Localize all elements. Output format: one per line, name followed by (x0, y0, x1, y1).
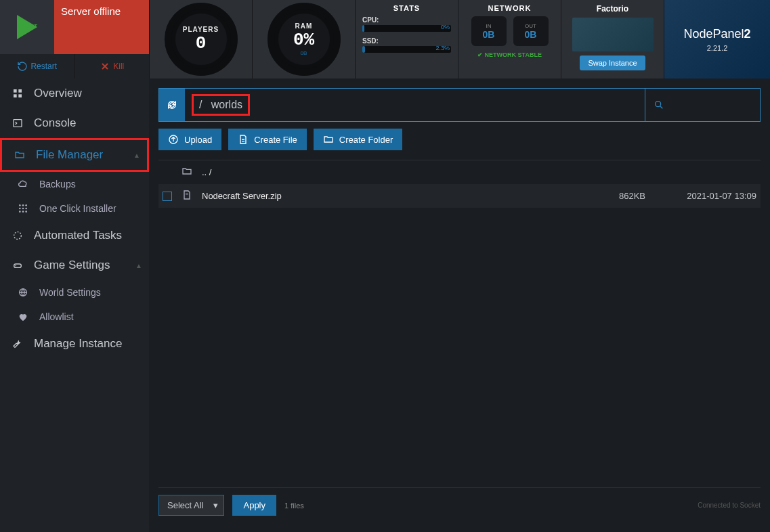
ram-sub: 0B (301, 50, 307, 56)
gamepad-icon (11, 259, 24, 272)
file-checkbox[interactable] (163, 192, 172, 201)
network-panel: NETWORK IN 0B OUT 0B ✔ NETWORK STABLE (458, 0, 561, 79)
svg-rect-2 (14, 94, 17, 97)
sidebar-oneclick-label: One Click Installer (39, 203, 116, 214)
file-count: 1 files (284, 502, 304, 510)
file-row[interactable]: Nodecraft Server.zip 862KB 2021-01-07 13… (158, 184, 761, 208)
game-thumbnail (572, 18, 654, 51)
svg-point-5 (19, 204, 21, 206)
sidebar-worldsettings-label: World Settings (39, 287, 101, 298)
network-stable: ✔ NETWORK STABLE (465, 51, 554, 58)
server-status: Server offline (54, 0, 149, 54)
restart-icon (17, 61, 28, 72)
sidebar-item-manage-instance[interactable]: Manage Instance (0, 329, 149, 359)
brand-panel: NodePanel2 2.21.2 (664, 0, 770, 79)
sidebar-item-backups[interactable]: Backups (0, 172, 149, 196)
svg-point-10 (25, 208, 27, 210)
game-panel: Factorio Swap Instance (561, 0, 664, 79)
brand-version: 2.21.2 (707, 44, 728, 52)
kill-button[interactable]: Kill (74, 54, 150, 79)
sidebar-item-allowlist[interactable]: Allowlist (0, 305, 149, 329)
file-name: Nodecraft Server.zip (202, 191, 568, 201)
content-area: / worlds Upload Create File Create Folde… (149, 79, 770, 532)
stats-title: STATS (362, 4, 451, 12)
svg-point-12 (22, 210, 24, 213)
game-title: Factorio (597, 4, 628, 14)
apply-button[interactable]: Apply (232, 495, 276, 516)
sidebar-overview-label: Overview (34, 87, 82, 100)
breadcrumb-segment[interactable]: worlds (211, 99, 242, 110)
network-in: IN 0B (471, 16, 507, 46)
sidebar-item-overview[interactable]: Overview (0, 79, 149, 108)
folder-icon (13, 148, 26, 162)
svg-point-17 (656, 102, 661, 107)
upload-label: Upload (184, 135, 212, 145)
cpu-pct: 0% (441, 24, 450, 30)
close-icon (100, 61, 110, 72)
refresh-icon (167, 99, 177, 110)
refresh-button[interactable] (159, 89, 185, 121)
restart-label: Restart (30, 62, 57, 71)
sidebar-item-one-click[interactable]: One Click Installer (0, 196, 149, 221)
file-icon (181, 190, 192, 202)
svg-rect-4 (14, 120, 22, 127)
restart-button[interactable]: Restart (0, 54, 74, 79)
sidebar-item-console[interactable]: Console (0, 108, 149, 138)
sidebar-filemanager-label: File Manager (36, 148, 103, 162)
create-file-button[interactable]: Create File (228, 129, 307, 150)
sidebar-item-automated-tasks[interactable]: Automated Tasks (0, 221, 149, 250)
players-label: PLAYERS (183, 26, 219, 33)
svg-point-9 (22, 208, 24, 210)
apps-icon (16, 202, 30, 215)
file-icon (238, 134, 249, 145)
sidebar-item-file-manager[interactable]: File Manager ▲ (0, 138, 149, 172)
ram-label: RAM (295, 22, 313, 30)
brand-name: NodePanel2 (683, 27, 750, 41)
network-title: NETWORK (465, 4, 554, 12)
upload-icon (168, 134, 179, 145)
create-folder-button[interactable]: Create Folder (314, 129, 402, 150)
network-out: OUT 0B (513, 16, 549, 46)
select-all-dropdown[interactable]: Select All (158, 495, 224, 516)
parent-dir-row[interactable]: .. / (158, 160, 761, 184)
sidebar-gamesettings-label: Game Settings (34, 259, 110, 272)
start-label: START (20, 23, 37, 29)
chevron-up-icon: ▲ (133, 152, 140, 159)
create-folder-label: Create Folder (339, 135, 393, 145)
stats-panel: STATS CPU: 0% SSD: 2.3% (355, 0, 458, 79)
grid-icon (11, 87, 24, 100)
kill-label: Kill (113, 62, 124, 71)
footer-bar: Select All Apply 1 files Connected to So… (158, 487, 761, 523)
chevron-up-icon: ▲ (135, 262, 142, 269)
players-gauge: PLAYERS 0 (149, 0, 252, 79)
sidebar-item-world-settings[interactable]: World Settings (0, 280, 149, 305)
svg-point-7 (25, 204, 27, 206)
tasks-icon (11, 229, 24, 242)
socket-status: Connected to Socket (698, 502, 761, 509)
start-button[interactable]: START (0, 0, 54, 54)
sidebar: Overview Console File Manager ▲ Backups … (0, 79, 149, 532)
parent-dir-label: .. / (202, 167, 756, 177)
upload-button[interactable]: Upload (158, 129, 221, 150)
sidebar-item-game-settings[interactable]: Game Settings ▲ (0, 250, 149, 280)
svg-point-14 (14, 232, 22, 240)
players-value: 0 (196, 33, 207, 53)
wrench-icon (11, 337, 24, 351)
search-button[interactable] (645, 89, 760, 121)
ssd-pct: 2.3% (435, 45, 450, 51)
file-list: .. / Nodecraft Server.zip 862KB 2021-01-… (158, 160, 761, 487)
sidebar-console-label: Console (34, 116, 76, 130)
svg-point-6 (22, 204, 24, 206)
path-bar: / worlds (158, 88, 761, 122)
breadcrumb-root[interactable]: / (199, 99, 202, 110)
svg-rect-1 (18, 89, 22, 93)
search-icon (654, 99, 664, 110)
folder-icon (181, 166, 192, 179)
swap-instance-button[interactable]: Swap Instance (580, 56, 645, 70)
svg-rect-0 (14, 89, 17, 93)
ssd-label: SSD: (362, 37, 451, 45)
sidebar-manage-label: Manage Instance (34, 337, 122, 351)
breadcrumb[interactable]: / worlds (185, 89, 645, 121)
sidebar-allowlist-label: Allowlist (39, 311, 74, 322)
file-size: 862KB (578, 191, 645, 201)
